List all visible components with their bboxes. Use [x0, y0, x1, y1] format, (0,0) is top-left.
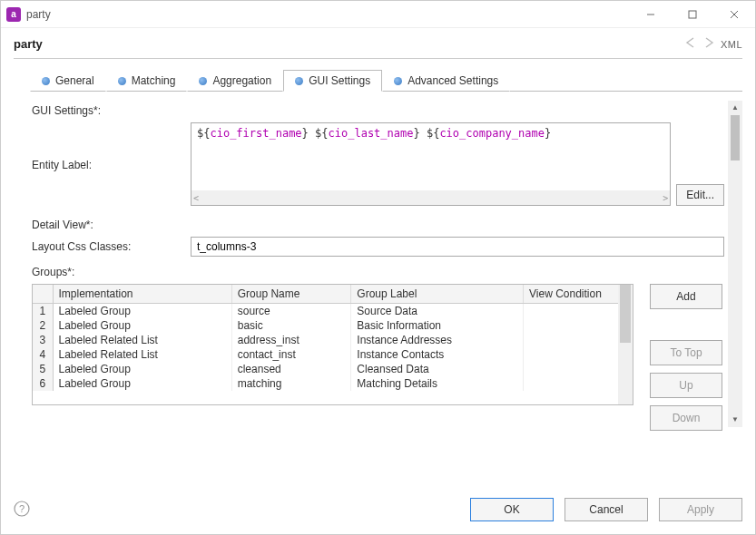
entity-label-editor[interactable]: ${cio_first_name} ${cio_last_name} ${cio…: [191, 122, 671, 206]
tab-general[interactable]: General: [30, 70, 106, 92]
tab-aggregation[interactable]: Aggregation: [187, 70, 283, 92]
table-row[interactable]: 1Labeled GroupsourceSource Data: [33, 304, 633, 319]
bullet-icon: [295, 77, 303, 85]
table-row[interactable]: 6Labeled GroupmatchingMatching Details: [33, 376, 633, 391]
content-scrollbar[interactable]: ▲ ▼: [728, 101, 742, 427]
cell-implementation: Labeled Group: [53, 304, 231, 319]
up-button[interactable]: Up: [650, 373, 722, 398]
cell-view-condition: [524, 376, 633, 391]
detail-view-label: Detail View*:: [32, 215, 191, 231]
rownum: 1: [33, 304, 53, 319]
minimize-button[interactable]: [630, 1, 672, 28]
svg-rect-1: [689, 11, 696, 18]
cell-group-name: matching: [231, 376, 351, 391]
tab-advanced-settings[interactable]: Advanced Settings: [382, 70, 510, 92]
nav-forward-icon[interactable]: [702, 37, 715, 51]
table-scrollbar[interactable]: ▲: [618, 285, 633, 404]
col-view-condition[interactable]: View Condition: [524, 285, 633, 304]
svg-text:?: ?: [19, 503, 25, 514]
bullet-icon: [42, 77, 50, 85]
tab-label: General: [55, 74, 94, 87]
cell-view-condition: [524, 362, 633, 376]
layout-css-input[interactable]: [191, 237, 724, 257]
tab-label: Aggregation: [212, 74, 271, 87]
cell-implementation: Labeled Related List: [53, 333, 231, 347]
edit-button[interactable]: Edit...: [676, 184, 724, 206]
tab-label: Matching: [132, 74, 176, 87]
cell-group-name: source: [231, 304, 351, 319]
add-button[interactable]: Add: [650, 284, 722, 309]
table-row[interactable]: 2Labeled GroupbasicBasic Information: [33, 318, 633, 333]
cell-implementation: Labeled Group: [53, 318, 231, 333]
cell-implementation: Labeled Related List: [53, 347, 231, 362]
maximize-button[interactable]: [672, 1, 713, 28]
cell-implementation: Labeled Group: [53, 376, 231, 391]
app-icon: a: [6, 7, 21, 22]
help-icon[interactable]: ?: [14, 501, 459, 520]
cell-group-label: Cleansed Data: [351, 362, 524, 376]
cell-group-label: Instance Addresses: [351, 333, 524, 347]
cell-view-condition: [524, 318, 633, 333]
tab-label: GUI Settings: [309, 74, 370, 87]
bullet-icon: [394, 77, 402, 85]
cell-group-label: Matching Details: [351, 376, 524, 391]
table-row[interactable]: 3Labeled Related Listaddress_instInstanc…: [33, 333, 633, 347]
tab-bar: General Matching Aggregation GUI Setting…: [30, 70, 742, 92]
table-row[interactable]: 5Labeled GroupcleansedCleansed Data: [33, 362, 633, 376]
col-group-label[interactable]: Group Label: [351, 285, 524, 304]
down-button[interactable]: Down: [650, 405, 722, 431]
tab-matching[interactable]: Matching: [106, 70, 188, 92]
rownum: 4: [33, 347, 53, 362]
tab-gui-settings[interactable]: GUI Settings: [283, 70, 382, 92]
cell-group-name: basic: [231, 318, 351, 333]
cell-group-label: Source Data: [351, 304, 524, 319]
rownum: 6: [33, 376, 53, 391]
rownum: 3: [33, 333, 53, 347]
col-group-name[interactable]: Group Name: [231, 285, 351, 304]
xml-link[interactable]: XML: [721, 39, 742, 50]
cancel-button[interactable]: Cancel: [565, 498, 648, 521]
cell-implementation: Labeled Group: [53, 362, 231, 376]
hscroll[interactable]: <>: [191, 190, 670, 205]
cell-view-condition: [524, 304, 633, 319]
close-button[interactable]: [713, 1, 755, 28]
table-row[interactable]: 4Labeled Related Listcontact_instInstanc…: [33, 347, 633, 362]
nav-back-icon[interactable]: [684, 37, 697, 51]
bullet-icon: [199, 77, 207, 85]
cell-group-label: Basic Information: [351, 318, 524, 333]
section-label: GUI Settings*:: [32, 101, 191, 117]
col-rownum: [33, 285, 53, 304]
entity-label-caption: Entity Label:: [32, 122, 191, 171]
cell-view-condition: [524, 333, 633, 347]
rownum: 5: [33, 362, 53, 376]
window-title: party: [21, 8, 630, 21]
apply-button[interactable]: Apply: [659, 498, 742, 521]
cell-group-name: contact_inst: [231, 347, 351, 362]
page-title: party: [14, 37, 684, 51]
cell-group-label: Instance Contacts: [351, 347, 524, 362]
cell-group-name: address_inst: [231, 333, 351, 347]
rownum: 2: [33, 318, 53, 333]
cell-group-name: cleansed: [231, 362, 351, 376]
ok-button[interactable]: OK: [470, 498, 554, 521]
groups-label: Groups*:: [32, 262, 74, 278]
cell-view-condition: [524, 347, 633, 362]
groups-table[interactable]: Implementation Group Name Group Label Vi…: [32, 284, 633, 405]
col-implementation[interactable]: Implementation: [53, 285, 231, 304]
to-top-button[interactable]: To Top: [650, 340, 722, 365]
layout-css-label: Layout Css Classes:: [32, 237, 191, 253]
bullet-icon: [118, 77, 126, 85]
tab-label: Advanced Settings: [407, 74, 498, 87]
